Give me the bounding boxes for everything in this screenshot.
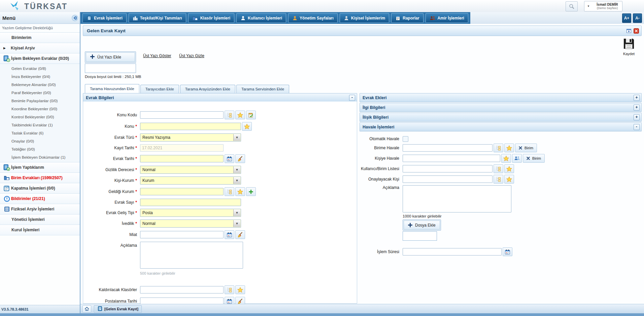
calendar-icon-button[interactable] xyxy=(225,230,234,239)
accordion-header-i-li-ik-bilgileri[interactable]: İlişik Bilgileri+ xyxy=(360,113,642,122)
remove-birim-button[interactable]: Birim xyxy=(523,154,545,163)
input-onaylayacak-ki-i[interactable] xyxy=(403,175,493,183)
sidebar-item[interactable]: Fiziksel Arşiv İşlemleri xyxy=(0,204,80,214)
star-icon-button[interactable] xyxy=(504,164,514,173)
clipboard-check-icon-button[interactable] xyxy=(246,111,256,119)
input-kullan-c-birim-listesi[interactable] xyxy=(403,165,493,172)
nav-tab-raporlar[interactable]: Raporlar xyxy=(391,13,423,23)
accordion-header-i-lgi-bilgileri[interactable]: İlgi Bilgileri+ xyxy=(360,103,642,112)
collapse-icon[interactable]: - xyxy=(634,124,640,130)
expand-icon[interactable]: + xyxy=(634,95,640,101)
select-ki-i-kurum[interactable]: Kurum▼ xyxy=(140,176,241,185)
nav-tab-kullan-c-i-lemleri[interactable]: Kullanıcı İşlemleri xyxy=(236,13,286,23)
sidebar-item[interactable]: Koordine Bekleyenler (0/0) xyxy=(0,105,80,113)
sidebar-collapse-button[interactable] xyxy=(70,15,80,21)
open-page-tab[interactable]: [Gelen Evrak Kayıt] xyxy=(94,305,142,313)
star-icon-button[interactable] xyxy=(501,154,511,163)
star-icon-button[interactable] xyxy=(235,285,245,294)
sidebar-item[interactable]: Benimle Paylaşılanlar (0/0) xyxy=(0,97,80,105)
input-ki-iye-havale[interactable] xyxy=(403,155,500,162)
sidebar-item[interactable]: Tebliğler (0/0) xyxy=(0,145,80,153)
hide-cover-letter-link[interactable]: Üst Yazı Gizle xyxy=(179,53,204,58)
accordion-header-evrak-ekleri[interactable]: Evrak Ekleri+ xyxy=(360,93,642,102)
sidebar-item[interactable]: Birimlerim xyxy=(0,33,80,43)
input-miat[interactable] xyxy=(140,231,224,238)
input-konu-kodu[interactable] xyxy=(140,111,224,119)
tree-icon-button[interactable] xyxy=(225,285,234,294)
close-icon[interactable] xyxy=(633,28,639,34)
tree-icon-button[interactable] xyxy=(225,187,234,196)
input-i-lem-s-resi[interactable] xyxy=(403,248,502,255)
sidebar-item[interactable]: Gelen Evraklar (0/8) xyxy=(0,65,80,73)
people-icon-button[interactable] xyxy=(512,154,522,163)
sidebar-item[interactable]: İşlem Bekleyen Evraklar (0/20) xyxy=(0,53,80,64)
add-cover-letter-button[interactable]: Üst Yazı Ekle xyxy=(85,51,136,63)
scan-tab[interactable]: Tarama Servisinden Ekle xyxy=(236,85,289,93)
sidebar-item[interactable]: İşlem Yaptıklarım xyxy=(0,162,80,173)
input-geldi-i-kurum[interactable] xyxy=(140,188,224,195)
sidebar-item[interactable]: ▶Kişisel Arşiv xyxy=(0,43,80,53)
sidebar-item[interactable]: İmza Bekleyenler (0/4) xyxy=(0,73,80,81)
remove-birim-button[interactable]: Birim xyxy=(515,144,537,152)
nav-tab-amir-i-lemleri[interactable]: Amir İşlemleri xyxy=(426,13,468,23)
star-icon-button[interactable] xyxy=(235,187,245,196)
nav-tab-te-kilat-ki-i-tan-mlar-[interactable]: Teşkilat/Kişi Tanımları xyxy=(129,13,186,23)
tree-icon-button[interactable] xyxy=(494,164,503,173)
sidebar-item[interactable]: İşlem Bekleyen Dokümanlar (1) xyxy=(0,153,80,161)
input-kay-t-tarihi[interactable] xyxy=(140,144,224,152)
scan-tab[interactable]: Tarama Havuzundan Ekle xyxy=(85,84,139,93)
user-dropdown[interactable]: ▼ İsmail DEMİR (Demo Sayfası) xyxy=(584,1,622,11)
home-button[interactable] xyxy=(82,305,91,313)
textarea-a-klama[interactable] xyxy=(140,242,243,269)
pin-window-icon[interactable] xyxy=(626,28,632,34)
select-evrak-t-r-[interactable]: Resmi Yazışma▼ xyxy=(140,133,241,142)
font-decrease-button[interactable]: A- xyxy=(633,13,642,23)
sidebar-item[interactable]: Beklemeye Alınanlar (0/0) xyxy=(0,81,80,89)
textarea-a-klama[interactable] xyxy=(403,185,511,212)
sidebar-item[interactable]: Kurul İşlemleri xyxy=(0,225,80,235)
sidebar-item[interactable]: Birim Evrakları (1599/2507) xyxy=(0,173,80,183)
select-gizlilik-derecesi[interactable]: Normal▼ xyxy=(140,166,241,174)
scan-tab[interactable]: Tarayıcıdan Ekle xyxy=(140,85,179,93)
sidebar-item[interactable]: Paraf Bekleyenler (0/0) xyxy=(0,89,80,97)
input-evrak-say-[interactable] xyxy=(140,199,241,206)
broom-icon-button[interactable] xyxy=(235,230,245,239)
nav-tab-evrak-i-lemleri[interactable]: Evrak İşlemleri xyxy=(82,13,127,23)
save-button[interactable]: Kaydet xyxy=(619,37,639,56)
tree-icon-button[interactable] xyxy=(225,111,234,119)
calendar-icon-button[interactable] xyxy=(503,247,512,256)
accordion-header-havale-i-lemleri[interactable]: Havale İşlemleri- xyxy=(360,122,642,131)
collapse-section-button[interactable]: - xyxy=(349,95,355,101)
input-birime-havale[interactable] xyxy=(403,144,493,152)
tree-icon-button[interactable] xyxy=(494,175,503,184)
broom-icon-button[interactable] xyxy=(235,154,245,163)
plus-green-icon-button[interactable] xyxy=(246,187,256,196)
nav-tab-klas-r-i-lemleri[interactable]: Klasör İşlemleri xyxy=(188,13,234,23)
add-file-button[interactable]: Dosya Ekle xyxy=(403,220,441,231)
attached-files-box[interactable] xyxy=(403,231,437,241)
search-button[interactable] xyxy=(566,1,578,11)
calendar-icon-button[interactable] xyxy=(225,154,234,163)
sidebar-item[interactable]: Taslak Evraklar (6) xyxy=(0,129,80,137)
sidebar-item[interactable]: Onaylar (0/0) xyxy=(0,137,80,145)
tree-icon-button[interactable] xyxy=(494,144,503,152)
expand-icon[interactable]: + xyxy=(634,105,640,111)
star-icon-button[interactable] xyxy=(235,111,245,119)
input-evrak-tarihi[interactable] xyxy=(140,155,224,162)
cover-letter-dropbox[interactable] xyxy=(85,64,136,73)
sidebar-item[interactable]: Takibimdeki Evraklar (1) xyxy=(0,121,80,129)
expand-icon[interactable]: + xyxy=(634,114,640,120)
input-konu[interactable] xyxy=(140,123,241,130)
sidebar-item[interactable]: Kontrol Bekleyenler (0/0) xyxy=(0,113,80,121)
select-evrak-geli-tipi[interactable]: Posta▼ xyxy=(140,209,241,217)
sidebar-item[interactable]: Kapatma İşlemleri (0/0) xyxy=(0,183,80,194)
star-icon-button[interactable] xyxy=(504,144,514,152)
star-icon-button[interactable] xyxy=(242,122,252,131)
nav-tab-ki-isel-i-lemlerim[interactable]: Kişisel İşlemlerim xyxy=(340,13,389,23)
select-i-vedilik[interactable]: Normal▼ xyxy=(140,220,241,228)
sidebar-item[interactable]: Bildirimler (21/21) xyxy=(0,194,80,204)
nav-tab-y-netim-sayfalar-[interactable]: Yönetim Sayfaları xyxy=(288,13,338,23)
show-cover-letter-link[interactable]: Üst Yazı Göster xyxy=(143,53,171,58)
input-kald-r-lacak-klas-rler[interactable] xyxy=(140,286,224,293)
scan-tab[interactable]: Tarama Arayüzünden Ekle xyxy=(180,85,235,93)
